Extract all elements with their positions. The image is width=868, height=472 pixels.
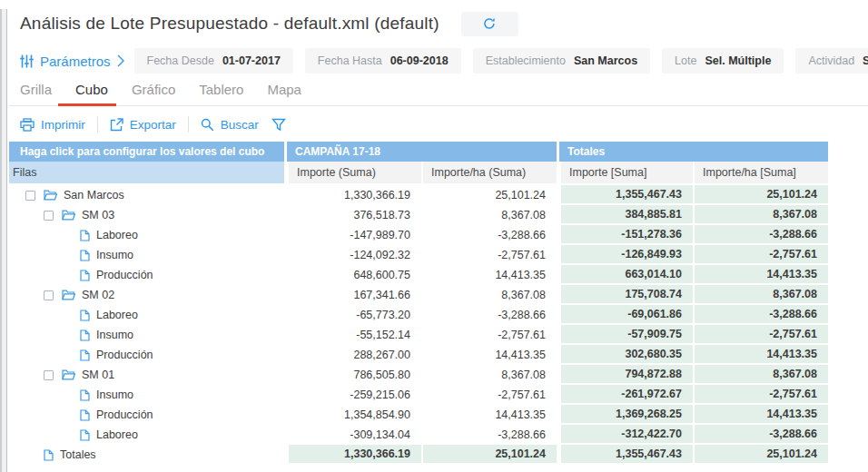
tree-indent xyxy=(9,415,62,416)
parameter-label: Fecha Hasta xyxy=(318,54,382,67)
cell-importe-ha-suma: -2,757.61 xyxy=(421,325,557,345)
cell-importe-suma: 786,505.80 xyxy=(287,365,421,385)
search-button[interactable]: Buscar xyxy=(201,118,259,132)
toolbar-divider xyxy=(188,116,189,133)
row-checkbox[interactable] xyxy=(44,211,54,221)
row-label-cell: Insumo xyxy=(9,325,284,345)
table-row[interactable]: Producción 1,354,854.90 14,413.35 1,369,… xyxy=(9,405,828,425)
refresh-icon xyxy=(483,17,496,30)
parameters-bar: Parámetros Fecha Desde 01-07-2017 Fecha … xyxy=(9,48,868,74)
tab-tablero[interactable]: Tablero xyxy=(187,82,255,105)
tree-indent xyxy=(9,375,44,376)
cell-importe-ha-suma: 14,413.35 xyxy=(421,345,557,365)
cell-total-importe: -151,278.36 xyxy=(559,225,693,245)
table-group-header-row: Haga click para configurar los valores d… xyxy=(9,142,828,162)
sliders-icon xyxy=(20,54,34,68)
table-row-grand-total[interactable]: Totales 1,330,366.19 25,101.24 1,355,467… xyxy=(9,445,828,465)
param-field-lote[interactable]: Lote Sel. Múltiple xyxy=(662,48,784,74)
row-label: SM 02 xyxy=(82,289,114,301)
cube-config-header[interactable]: Haga click para configurar los valores d… xyxy=(9,142,284,162)
parameter-value: 06-09-2018 xyxy=(390,54,449,67)
parameter-label: Actividad xyxy=(808,54,854,67)
cell-total-importe: 1,369,268.25 xyxy=(559,405,693,425)
row-label: Insumo xyxy=(96,388,133,401)
table-row[interactable]: SM 03 376,518.73 8,367.08 384,885.81 8,3… xyxy=(9,205,828,225)
parameters-toggle[interactable]: Parámetros xyxy=(20,54,124,69)
parameter-label: Establecimiento xyxy=(486,54,566,67)
window-edge xyxy=(0,9,7,472)
column-group-campana[interactable]: CAMPAÑA 17-18 xyxy=(287,142,557,162)
table-row[interactable]: Insumo -55,152.14 -2,757.61 -57,909.75 -… xyxy=(9,325,828,345)
cell-total-importe: -312,422.70 xyxy=(559,425,693,445)
print-button[interactable]: Imprimir xyxy=(20,118,85,132)
column-header-total-importe-ha[interactable]: Importe/ha [Suma] xyxy=(693,162,828,183)
row-label: SM 03 xyxy=(82,209,114,221)
cell-importe-ha-suma: -2,757.61 xyxy=(421,245,557,265)
table-row[interactable]: SM 02 167,341.66 8,367.08 175,708.74 8,3… xyxy=(9,285,828,305)
cell-total-importe-ha: 8,367.08 xyxy=(693,365,828,385)
row-checkbox[interactable] xyxy=(44,290,54,300)
table-row[interactable]: Laboreo -65,773.20 -3,288.66 -69,061.86 … xyxy=(9,305,828,325)
row-label-cell: Laboreo xyxy=(9,305,284,325)
cell-total-importe-ha: -2,757.61 xyxy=(693,325,828,345)
tab-cubo[interactable]: Cubo xyxy=(64,82,120,105)
row-label: Laboreo xyxy=(96,309,138,321)
file-icon xyxy=(44,449,54,461)
file-icon xyxy=(80,389,90,401)
row-label-cell: Producción xyxy=(9,265,284,285)
column-header-total-importe[interactable]: Importe [Suma] xyxy=(559,162,693,183)
column-header-importe-ha-suma[interactable]: Importe/ha (Suma) xyxy=(421,162,557,183)
rows-header[interactable]: Filas xyxy=(9,162,284,183)
row-label: Producción xyxy=(96,269,153,281)
cell-total-importe-ha: -2,757.61 xyxy=(693,385,828,405)
cell-total-importe-ha: 14,413.35 xyxy=(693,265,828,285)
parameter-label: Fecha Desde xyxy=(147,54,214,67)
row-checkbox[interactable] xyxy=(25,191,35,201)
tab-mapa[interactable]: Mapa xyxy=(255,82,313,105)
column-group-totales[interactable]: Totales xyxy=(559,142,828,162)
table-row[interactable]: SM 01 786,505.80 8,367.08 794,872.88 8,3… xyxy=(9,365,828,385)
parameter-value: SOJA 1° xyxy=(863,54,868,67)
cell-total-importe: 384,885.81 xyxy=(559,205,693,225)
param-field-actividad[interactable]: Actividad SOJA 1° xyxy=(795,48,868,74)
table-row[interactable]: Producción 648,600.75 14,413.35 663,014.… xyxy=(9,265,828,285)
refresh-button[interactable] xyxy=(461,12,518,36)
param-field-fecha-desde[interactable]: Fecha Desde 01-07-2017 xyxy=(134,48,293,74)
row-checkbox[interactable] xyxy=(44,370,54,380)
cell-importe-ha-suma: 25,101.24 xyxy=(421,185,557,205)
print-label: Imprimir xyxy=(41,118,85,132)
table-body: San Marcos 1,330,366.19 25,101.24 1,355,… xyxy=(9,185,828,465)
cell-importe-suma: -309,134.04 xyxy=(287,425,421,445)
tree-indent xyxy=(9,355,62,356)
file-icon xyxy=(80,429,90,441)
row-label-cell: SM 03 xyxy=(9,205,284,225)
table-row[interactable]: Insumo -259,215.06 -2,757.61 -261,972.67… xyxy=(9,385,828,405)
cell-importe-ha-suma: 8,367.08 xyxy=(421,205,557,225)
table-subheader-row: Filas Importe (Suma) Importe/ha (Suma) I… xyxy=(9,162,828,183)
tab-gr-fico[interactable]: Gráfico xyxy=(120,82,187,105)
cell-total-importe: -261,972.67 xyxy=(559,385,693,405)
table-row[interactable]: Producción 288,267.00 14,413.35 302,680.… xyxy=(9,345,828,365)
param-field-fecha-hasta[interactable]: Fecha Hasta 06-09-2018 xyxy=(305,48,461,74)
tab-grilla[interactable]: Grilla xyxy=(20,82,64,105)
cell-total-importe: 175,708.74 xyxy=(559,285,693,305)
cell-total-importe-ha: 14,413.35 xyxy=(693,405,828,425)
param-field-establecimiento[interactable]: Establecimiento San Marcos xyxy=(473,48,650,74)
table-row[interactable]: Insumo -124,092.32 -2,757.61 -126,849.93… xyxy=(9,245,828,265)
search-icon xyxy=(201,118,214,132)
tree-indent xyxy=(9,235,62,236)
cell-importe-suma: 376,518.73 xyxy=(287,205,421,225)
file-icon xyxy=(80,409,90,421)
file-icon xyxy=(80,349,90,361)
table-row[interactable]: Laboreo -309,134.04 -3,288.66 -312,422.7… xyxy=(9,425,828,445)
parameters-label: Parámetros xyxy=(40,54,111,69)
table-row[interactable]: San Marcos 1,330,366.19 25,101.24 1,355,… xyxy=(9,185,828,205)
export-button[interactable]: Exportar xyxy=(110,118,176,132)
filter-icon[interactable] xyxy=(271,118,286,132)
row-label-cell: SM 01 xyxy=(9,365,284,385)
table-row[interactable]: Laboreo -147,989.70 -3,288.66 -151,278.3… xyxy=(9,225,828,245)
row-label: Laboreo xyxy=(96,428,138,441)
tree-indent xyxy=(9,255,62,256)
column-header-importe-suma[interactable]: Importe (Suma) xyxy=(287,162,421,183)
row-label: San Marcos xyxy=(64,189,124,202)
